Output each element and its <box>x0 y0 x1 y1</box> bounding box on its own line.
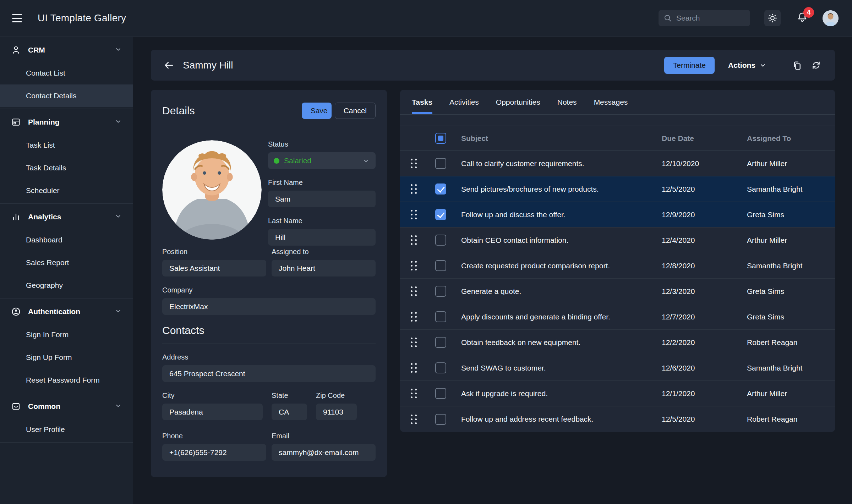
actions-dropdown[interactable]: Actions <box>728 61 767 70</box>
app-title: UI Template Gallery <box>38 12 126 24</box>
last-name-field[interactable] <box>268 229 376 246</box>
sidebar-item-scheduler[interactable]: Scheduler <box>0 179 133 202</box>
refresh-button[interactable] <box>809 58 823 72</box>
contact-header-bar: Sammy Hill Terminate Actions <box>151 50 835 81</box>
table-row[interactable]: Follow up and discuss the offer.12/9/202… <box>400 202 835 228</box>
save-button[interactable]: Save <box>302 103 332 119</box>
tasks-panel: TasksActivitiesOpportunitiesNotesMessage… <box>400 90 835 432</box>
table-row[interactable]: Call to clarify customer requirements.12… <box>400 151 835 176</box>
sidebar-item-task-details[interactable]: Task Details <box>0 157 133 179</box>
row-checkbox[interactable] <box>435 337 446 348</box>
row-checkbox[interactable] <box>435 158 446 169</box>
tab-messages[interactable]: Messages <box>594 90 628 114</box>
drag-handle-icon[interactable] <box>411 389 417 398</box>
table-row[interactable]: Ask if upgrade is required.12/1/2020Arth… <box>400 381 835 406</box>
notifications-button[interactable]: 4 <box>796 11 808 25</box>
zip-code-field[interactable] <box>316 404 357 420</box>
column-header-subject[interactable]: Subject <box>454 134 662 143</box>
back-button[interactable] <box>163 59 175 71</box>
select-all-checkbox[interactable] <box>435 133 446 144</box>
sidebar-section-header-crm[interactable]: CRM <box>0 38 133 62</box>
sidebar-item-sign-in-form[interactable]: Sign In Form <box>0 323 133 346</box>
company-field[interactable] <box>162 298 376 315</box>
task-assignee-cell: Arthur Miller <box>747 389 835 398</box>
copy-button[interactable] <box>790 58 804 72</box>
state-field[interactable] <box>272 404 307 420</box>
assigned-to-field[interactable] <box>272 260 376 276</box>
tab-opportunities[interactable]: Opportunities <box>496 90 540 114</box>
sidebar-item-sign-up-form[interactable]: Sign Up Form <box>0 346 133 369</box>
user-avatar[interactable] <box>823 10 839 26</box>
table-row[interactable]: Follow up and address recent feedback.12… <box>400 406 835 432</box>
row-checkbox[interactable] <box>435 311 446 322</box>
phone-field[interactable] <box>162 444 266 461</box>
table-row[interactable]: Obtain feedback on new equipment.12/2/20… <box>400 330 835 355</box>
tab-notes[interactable]: Notes <box>557 90 577 114</box>
sidebar-section-header-analytics[interactable]: Analytics <box>0 205 133 229</box>
drag-handle-icon[interactable] <box>411 415 417 424</box>
drag-handle-icon[interactable] <box>411 261 417 270</box>
status-select[interactable]: Salaried <box>268 152 376 169</box>
task-due-date-cell: 12/4/2020 <box>662 236 747 245</box>
drag-handle-icon[interactable] <box>411 312 417 322</box>
sidebar-item-sales-report[interactable]: Sales Report <box>0 251 133 274</box>
contact-details-panel: Details Save Cancel <box>151 90 387 477</box>
sidebar-section-common: CommonUser Profile <box>0 393 133 443</box>
chevron-down-icon <box>114 117 122 127</box>
sidebar-item-user-profile[interactable]: User Profile <box>0 418 133 441</box>
user-circle-icon <box>11 307 21 317</box>
sidebar-item-contact-list[interactable]: Contact List <box>0 62 133 84</box>
search-input[interactable] <box>676 14 737 22</box>
menu-icon[interactable] <box>12 10 28 26</box>
sidebar-item-reset-password-form[interactable]: Reset Password Form <box>0 369 133 391</box>
drag-handle-icon[interactable] <box>411 235 417 245</box>
tab-activities[interactable]: Activities <box>449 90 479 114</box>
status-value: Salaried <box>284 157 362 165</box>
row-checkbox[interactable] <box>435 209 446 220</box>
sidebar-item-dashboard[interactable]: Dashboard <box>0 229 133 251</box>
sidebar-section-header-authentication[interactable]: Authentication <box>0 300 133 323</box>
table-row[interactable]: Create requested product comparison repo… <box>400 253 835 279</box>
tab-tasks[interactable]: Tasks <box>412 90 432 114</box>
drag-handle-icon[interactable] <box>411 338 417 347</box>
task-subject-cell: Follow up and address recent feedback. <box>454 415 662 423</box>
email-field[interactable] <box>272 444 376 461</box>
row-checkbox[interactable] <box>435 414 446 425</box>
sidebar-item-contact-details[interactable]: Contact Details <box>0 84 133 107</box>
cancel-button[interactable]: Cancel <box>335 103 376 119</box>
row-checkbox[interactable] <box>435 286 446 297</box>
drag-handle-icon[interactable] <box>411 286 417 296</box>
table-row[interactable]: Obtain CEO contact information.12/4/2020… <box>400 228 835 253</box>
table-row[interactable]: Apply discounts and generate a binding o… <box>400 304 835 330</box>
drag-handle-icon[interactable] <box>411 210 417 219</box>
row-checkbox[interactable] <box>435 260 446 271</box>
terminate-button[interactable]: Terminate <box>664 57 715 74</box>
position-field[interactable] <box>162 260 266 276</box>
row-checkbox[interactable] <box>435 183 446 195</box>
sidebar-section-header-common[interactable]: Common <box>0 395 133 418</box>
theme-toggle-button[interactable] <box>764 10 781 26</box>
column-header-assigned-to[interactable]: Assigned To <box>747 134 835 143</box>
sidebar-item-geography[interactable]: Geography <box>0 274 133 297</box>
row-checkbox[interactable] <box>435 388 446 399</box>
sidebar-item-task-list[interactable]: Task List <box>0 134 133 157</box>
divider <box>779 58 779 73</box>
search-box[interactable] <box>659 10 750 26</box>
drag-handle-icon[interactable] <box>411 159 417 168</box>
table-row[interactable]: Send pictures/brochures of new products.… <box>400 176 835 202</box>
chevron-down-icon <box>114 212 122 222</box>
city-field[interactable] <box>162 404 263 420</box>
address-field[interactable] <box>162 365 376 382</box>
chevron-down-icon <box>114 401 122 411</box>
sidebar-section-header-planning[interactable]: Planning <box>0 110 133 134</box>
task-subject-cell: Obtain CEO contact information. <box>454 236 662 245</box>
table-row[interactable]: Send SWAG to customer.12/6/2020Samantha … <box>400 355 835 381</box>
row-checkbox[interactable] <box>435 235 446 246</box>
drag-handle-icon[interactable] <box>411 184 417 194</box>
drag-handle-icon[interactable] <box>411 363 417 373</box>
row-checkbox[interactable] <box>435 362 446 373</box>
first-name-field[interactable] <box>268 191 376 207</box>
table-row[interactable]: Generate a quote.12/3/2020Greta Sims <box>400 279 835 304</box>
copy-icon <box>792 60 802 71</box>
column-header-due-date[interactable]: Due Date <box>662 134 747 143</box>
